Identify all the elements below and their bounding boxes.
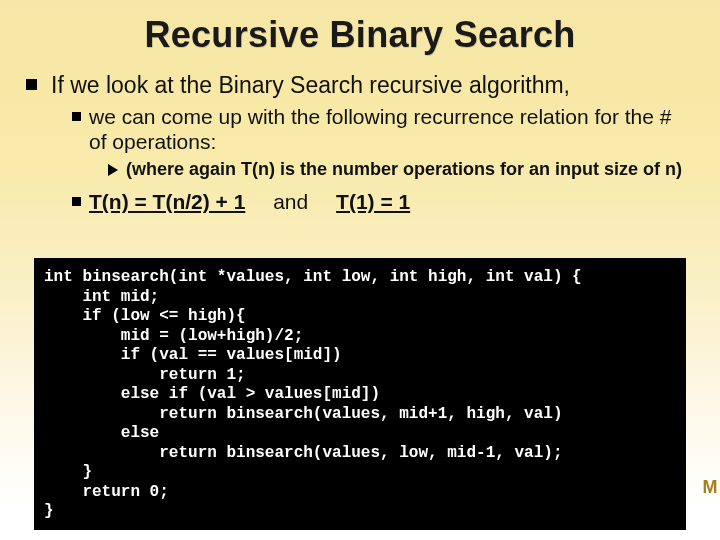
square-bullet-icon xyxy=(72,197,81,206)
code-block: int binsearch(int *values, int low, int … xyxy=(34,258,686,530)
page-watermark: M xyxy=(700,477,720,498)
bullet-level3: (where again T(n) is the number operatio… xyxy=(108,159,694,181)
recurrence-and: and xyxy=(251,190,330,213)
bullet-level1: If we look at the Binary Search recursiv… xyxy=(26,72,694,99)
bullet-level3-text: (where again T(n) is the number operatio… xyxy=(126,159,682,181)
square-bullet-icon xyxy=(26,79,37,90)
slide: Recursive Binary Search If we look at th… xyxy=(0,0,720,540)
bullet-level2: we can come up with the following recurr… xyxy=(72,105,694,155)
bullet-recurrence: T(n) = T(n/2) + 1 and T(1) = 1 xyxy=(72,190,694,214)
bullet-level1-text: If we look at the Binary Search recursiv… xyxy=(51,72,570,99)
arrow-bullet-icon xyxy=(108,164,118,176)
bullet-level2-text: we can come up with the following recurr… xyxy=(89,105,694,155)
recurrence-part-a: T(n) = T(n/2) + 1 xyxy=(89,190,245,213)
slide-title: Recursive Binary Search xyxy=(26,14,694,56)
square-bullet-icon xyxy=(72,112,81,121)
recurrence-text: T(n) = T(n/2) + 1 and T(1) = 1 xyxy=(89,190,410,214)
recurrence-part-b: T(1) = 1 xyxy=(336,190,410,213)
